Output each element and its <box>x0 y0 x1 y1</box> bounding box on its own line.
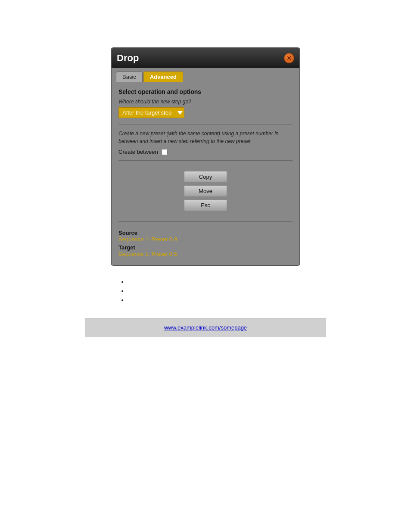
move-button[interactable]: Move <box>184 185 227 197</box>
question-label: Where should the new step go? <box>118 99 293 105</box>
close-button[interactable]: ✕ <box>284 53 294 63</box>
esc-button[interactable]: Esc <box>184 199 227 211</box>
info-section: Source Sequence 1: Preset 0.9 Target Seq… <box>118 227 293 257</box>
step-position-select[interactable]: After the target step <box>118 107 184 118</box>
create-between-checkbox[interactable] <box>162 149 168 155</box>
bullet-list <box>119 279 300 303</box>
dropdown-wrapper[interactable]: After the target step <box>118 107 184 118</box>
source-label: Source <box>118 230 293 236</box>
divider-2 <box>118 160 293 161</box>
dialog-tabs: Basic Advanced <box>112 68 299 82</box>
tab-advanced[interactable]: Advanced <box>143 72 183 82</box>
list-item <box>128 297 300 303</box>
tab-basic[interactable]: Basic <box>116 72 143 82</box>
list-item <box>128 279 300 285</box>
description-text: Create a new preset (with the same conte… <box>118 130 293 145</box>
divider-3 <box>118 221 293 222</box>
checkbox-label: Create between <box>118 149 158 155</box>
checkbox-row: Create between <box>118 149 293 155</box>
bottom-link[interactable]: www.examplelink.com/somepage <box>164 324 247 331</box>
drop-dialog: Drop ✕ Basic Advanced Select operation a… <box>111 47 300 266</box>
section-title: Select operation and options <box>118 88 293 95</box>
target-value: Sequence 1: Preset 0.5 <box>118 251 293 257</box>
list-item <box>128 288 300 294</box>
dropdown-row: After the target step <box>118 107 293 118</box>
dialog-title: Drop <box>117 53 139 64</box>
copy-button[interactable]: Copy <box>184 171 227 183</box>
bullets-section <box>111 279 300 306</box>
dialog-titlebar: Drop ✕ <box>112 48 299 68</box>
target-label: Target <box>118 244 293 251</box>
divider-1 <box>118 124 293 124</box>
bottom-bar: www.examplelink.com/somepage <box>85 318 326 337</box>
buttons-section: Copy Move Esc <box>118 166 293 216</box>
source-value: Sequence 1: Preset 0.9 <box>118 236 293 243</box>
dialog-body: Select operation and options Where shoul… <box>112 82 299 265</box>
